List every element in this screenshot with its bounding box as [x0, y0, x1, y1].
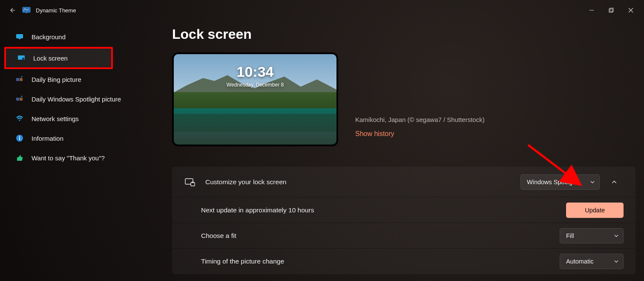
svg-rect-11 [20, 78, 23, 81]
svg-rect-13 [20, 98, 23, 101]
sidebar-item-label: Lock screen [33, 55, 68, 62]
app-title: Dynamic Theme [36, 7, 76, 14]
lock-screen-icon [17, 54, 26, 62]
preview-clock: 10:34 Wednesday, December 8 [174, 64, 336, 88]
timing-dropdown[interactable]: Automatic [560, 254, 624, 269]
sidebar-item-label: Daily Bing picture [32, 76, 81, 83]
lock-screen-preview[interactable]: 10:34 Wednesday, December 8 [172, 52, 338, 146]
chevron-down-icon [614, 233, 619, 238]
sidebar-item-information[interactable]: Information [4, 129, 145, 148]
source-dropdown-value: Windows Spotlight [527, 179, 578, 185]
main-content: Lock screen 10:34 Wednesday, December 8 … [149, 20, 644, 281]
minimize-button[interactable] [582, 2, 601, 19]
customize-lock-screen-row: Customize your lock screen Windows Spotl… [172, 167, 635, 197]
timing-dropdown-value: Automatic [566, 258, 593, 265]
svg-rect-10 [16, 78, 19, 81]
lock-screen-row-icon [184, 176, 196, 188]
sidebar-item-label: Want to say "Thank you"? [32, 154, 105, 162]
svg-point-14 [19, 119, 20, 121]
bing-picture-icon [15, 75, 24, 84]
sidebar-item-label: Daily Windows Spotlight picture [32, 96, 121, 103]
annotation-highlight-box: Lock screen [4, 47, 113, 69]
sidebar-item-background[interactable]: Background [4, 27, 145, 46]
maximize-button[interactable] [601, 2, 621, 19]
sidebar-item-network[interactable]: Network settings [4, 109, 145, 128]
svg-rect-4 [610, 8, 613, 12]
chevron-down-icon [590, 180, 595, 185]
svg-rect-3 [609, 9, 612, 12]
settings-group: Customize your lock screen Windows Spotl… [172, 167, 635, 274]
svg-rect-5 [16, 34, 23, 38]
preview-date: Wednesday, December 8 [174, 82, 336, 88]
app-icon [22, 6, 31, 14]
close-button[interactable] [621, 2, 641, 19]
sidebar-item-thank-you[interactable]: Want to say "Thank you"? [4, 148, 145, 167]
wifi-icon [15, 114, 24, 123]
customize-label: Customize your lock screen [205, 178, 520, 186]
monitor-icon [15, 32, 24, 41]
fit-dropdown[interactable]: Fill [560, 228, 624, 243]
svg-point-17 [19, 136, 20, 137]
sidebar-item-label: Background [32, 33, 66, 41]
sidebar-item-daily-spotlight[interactable]: Daily Windows Spotlight picture [4, 90, 145, 108]
fit-row: Choose a fit Fill [172, 223, 635, 249]
fit-label: Choose a fit [201, 232, 560, 240]
update-status-label: Next update in approximately 10 hours [201, 206, 566, 214]
fit-dropdown-value: Fill [566, 232, 574, 239]
source-dropdown[interactable]: Windows Spotlight [520, 174, 600, 190]
sidebar: Background Lock screen Daily Bing pictur… [0, 20, 149, 281]
svg-rect-12 [16, 98, 19, 101]
sidebar-item-lock-screen[interactable]: Lock screen [6, 49, 111, 67]
chevron-down-icon [614, 259, 619, 264]
svg-rect-16 [19, 138, 20, 140]
title-bar: Dynamic Theme [0, 0, 644, 20]
timing-row: Timing of the picture change Automatic [172, 249, 635, 274]
back-button[interactable] [3, 2, 20, 19]
page-title: Lock screen [172, 26, 635, 42]
sidebar-item-label: Network settings [32, 115, 79, 122]
update-status-row: Next update in approximately 10 hours Up… [172, 197, 635, 223]
show-history-link[interactable]: Show history [355, 130, 485, 138]
sidebar-item-label: Information [32, 135, 63, 142]
sidebar-item-daily-bing[interactable]: Daily Bing picture [4, 70, 145, 89]
timing-label: Timing of the picture change [201, 258, 560, 265]
svg-rect-2 [26, 12, 27, 13]
update-button[interactable]: Update [566, 203, 624, 218]
thumbs-up-icon [15, 154, 24, 162]
info-icon [15, 134, 24, 142]
preview-time: 10:34 [174, 64, 336, 80]
image-caption: Kamikochi, Japan (© segawa7 / Shuttersto… [355, 116, 485, 123]
svg-rect-6 [19, 38, 20, 39]
spotlight-picture-icon [15, 95, 24, 103]
expand-toggle[interactable] [605, 173, 624, 191]
